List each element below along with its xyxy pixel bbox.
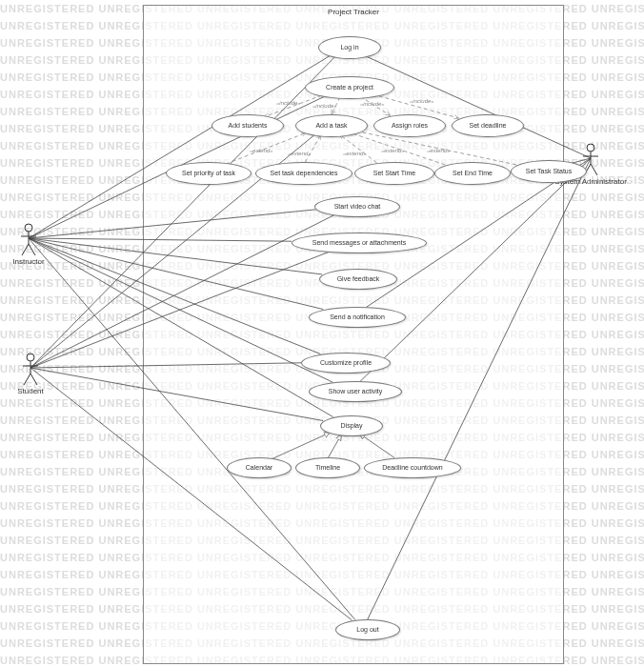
usecase-give-feedback: Give feedback [319, 269, 397, 290]
usecase-send-messages: Send messages or attachments [292, 232, 427, 253]
stereotype-include: «include» [360, 101, 385, 107]
usecase-log-out: Log out [335, 619, 400, 640]
usecase-set-start-time: Set Start Time [354, 162, 434, 185]
usecase-set-end-time: Set End Time [434, 162, 511, 185]
usecase-add-students: Add students [211, 114, 284, 137]
svg-line-42 [24, 374, 30, 385]
usecase-assign-roles: Assign roles [373, 114, 446, 137]
usecase-set-deadline: Set deadline [452, 114, 524, 137]
stereotype-include: «include» [410, 98, 434, 104]
stereotype-extend: «extend» [250, 148, 273, 153]
usecase-set-priority: Set priority of task [166, 162, 252, 185]
person-icon [19, 223, 38, 257]
stereotype-extend: «extend» [427, 148, 451, 153]
system-boundary: Project Tracker [143, 5, 564, 664]
usecase-start-video-chat: Start video chat [314, 196, 400, 217]
usecase-customize-profile: Customize profile [301, 353, 391, 374]
usecase-create-project: Create a project [305, 76, 394, 99]
svg-line-43 [30, 374, 37, 385]
stereotype-extend: «extend» [343, 151, 367, 156]
svg-point-44 [587, 144, 594, 152]
actor-instructor [19, 223, 38, 257]
usecase-send-notification: Send a notification [309, 307, 406, 328]
svg-point-34 [25, 224, 32, 232]
actor-student-label: Student [17, 387, 44, 395]
stereotype-include: «include» [276, 100, 301, 106]
usecase-log-in: Log in [318, 36, 381, 59]
usecase-deadline-countdown: Deadline countdown [364, 457, 461, 478]
svg-line-48 [591, 164, 597, 175]
usecase-add-task: Add a task [295, 114, 368, 137]
usecase-display: Display [320, 415, 383, 436]
svg-line-38 [29, 244, 35, 255]
actor-instructor-label: Instructor [12, 257, 44, 266]
usecase-timeline: Timeline [295, 457, 360, 478]
usecase-set-task-status: Set Task Status [511, 160, 587, 183]
stereotype-extend: «extend» [288, 151, 312, 156]
svg-line-37 [22, 244, 29, 255]
stereotype-include: «include» [312, 103, 337, 109]
person-icon [21, 353, 40, 387]
stereotype-extend: «extend» [381, 148, 405, 153]
svg-point-39 [27, 354, 34, 361]
usecase-set-dependencies: Set task dependencies [255, 162, 352, 185]
usecase-show-user-activity: Show user activity [309, 381, 402, 402]
usecase-calendar: Calendar [227, 457, 292, 478]
actor-student [21, 353, 40, 387]
system-title: Project Tracker [328, 8, 379, 16]
